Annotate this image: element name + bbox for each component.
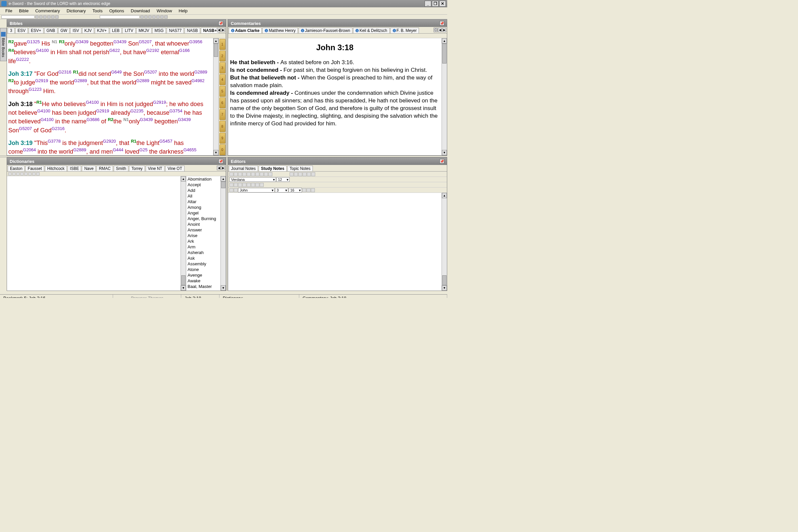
menu-help[interactable]: Help [175, 8, 191, 14]
tab-info-icon[interactable]: ⓘ [434, 27, 438, 32]
font-combo[interactable]: Verdana [229, 177, 276, 182]
dictionary-wordlist[interactable]: AbominationAcceptAddAllAltarAmongAngelAn… [186, 176, 221, 291]
menu-commentary[interactable]: Commentary [32, 8, 63, 14]
wordlist-item[interactable]: Accept [186, 182, 221, 188]
wordlist-item[interactable]: Anger, Burning [186, 216, 221, 222]
wordlist-item[interactable]: All [186, 193, 221, 199]
wordlist-item[interactable]: Assembly [186, 261, 221, 267]
tab-scroll-right[interactable]: ▶ [221, 27, 225, 32]
bible-tab-isv[interactable]: ISV [70, 27, 81, 33]
wordlist-item[interactable]: Add [186, 188, 221, 193]
verse-ref[interactable]: Joh 3:17 [8, 71, 34, 77]
pin-icon[interactable]: 📌 [440, 21, 444, 25]
dictionary-tab[interactable]: Smith [114, 166, 129, 171]
wordlist-item[interactable]: Avenge [186, 272, 221, 278]
dictionary-scrollbar[interactable]: ▲▼ [180, 176, 186, 291]
toolbar-icon[interactable] [35, 15, 39, 19]
bible-tab-3[interactable]: 3 [8, 27, 15, 33]
wordlist-item[interactable]: Answer [186, 227, 221, 233]
bible-tab-gw[interactable]: GW [58, 27, 70, 33]
editor-scrollbar[interactable]: ▲▼ [441, 193, 447, 291]
wordlist-item[interactable]: Ask [186, 255, 221, 261]
editor-tab[interactable]: Study Notes [259, 166, 287, 171]
editor-tab[interactable]: Journal Notes [229, 166, 258, 171]
menu-options[interactable]: Options [106, 8, 127, 14]
commentary-tab[interactable]: iJamieson-Fausset-Brown [299, 27, 353, 33]
menu-file[interactable]: File [2, 8, 16, 14]
dictionary-tab[interactable]: Easton [8, 166, 25, 171]
bible-tab-kjv+[interactable]: KJV+ [95, 27, 109, 33]
fontsize-combo[interactable]: 12 [276, 177, 290, 182]
bookmark-1[interactable]: 1 [220, 39, 225, 50]
editor-tab[interactable]: Topic Notes [287, 166, 313, 171]
commentary-tab[interactable]: iF. B. Meyer [391, 27, 419, 33]
pin-icon[interactable]: 📌 [218, 21, 223, 25]
underline-icon[interactable] [298, 172, 302, 176]
wordlist-item[interactable]: Angel [186, 210, 221, 216]
tab-scroll-right[interactable]: ▶ [442, 27, 446, 32]
tab-scroll-left[interactable]: ◀ [438, 27, 442, 32]
bible-tab-leb[interactable]: LEB [110, 27, 122, 33]
wordlist-item[interactable]: Altar [186, 199, 221, 205]
bookmark-0[interactable]: 0 [220, 144, 225, 155]
wordlist-item[interactable]: Abomination [186, 176, 221, 182]
wordlist-item[interactable]: Awake [186, 278, 221, 284]
wordlist-item[interactable]: Arise [186, 233, 221, 239]
wordlist-item[interactable]: Arm [186, 244, 221, 250]
dictionary-content[interactable]: ▲▼ [7, 176, 186, 291]
bible-tab-esv+[interactable]: ESV+ [28, 27, 43, 33]
toolbar-combo-2[interactable] [100, 15, 140, 19]
bible-tab-gnb[interactable]: GNB [44, 27, 58, 33]
chapter-combo[interactable]: 3 [275, 188, 288, 192]
bible-tab-mkjv[interactable]: MKJV [136, 27, 152, 33]
scroll-down-icon[interactable]: ▼ [213, 150, 218, 155]
dictionary-tab[interactable]: Fausset [25, 166, 44, 171]
tab-scroll-left[interactable]: ◀ [217, 27, 221, 32]
menu-download[interactable]: Download [127, 8, 153, 14]
verse-combo[interactable]: 16 [289, 188, 302, 192]
menu-tools[interactable]: Tools [89, 8, 106, 14]
italic-icon[interactable] [294, 172, 298, 176]
minimize-button[interactable]: _ [424, 1, 431, 7]
commentary-tab[interactable]: iKeil & Delitzsch [353, 27, 390, 33]
bible-tab-nasb[interactable]: NASB [185, 27, 200, 33]
bookmark-6[interactable]: 6 [220, 97, 225, 108]
pin-icon[interactable]: 📌 [218, 159, 223, 164]
menu-window[interactable]: Window [153, 8, 175, 14]
verse-ref[interactable]: Joh 3:19 [8, 140, 34, 146]
bible-tab-nas77[interactable]: NAS77 [167, 27, 184, 33]
bible-tab-nasb+[interactable]: NASB+ [201, 27, 219, 33]
toolbar-combo[interactable] [1, 15, 35, 19]
verse-ref[interactable]: Joh 3:18 [8, 101, 34, 108]
bookmark-5[interactable]: 5 [220, 86, 225, 97]
dictionary-tab[interactable]: Vine NT [146, 166, 165, 171]
editor-content[interactable] [228, 193, 441, 291]
pin-icon[interactable]: 📌 [440, 159, 444, 164]
close-button[interactable]: ✕ [439, 1, 446, 7]
commentary-tab[interactable]: iAdam Clarke [229, 27, 262, 33]
wordlist-item[interactable]: Anoint [186, 222, 221, 227]
bible-scrollbar[interactable]: ▲ ▼ [213, 38, 218, 155]
dictionary-tab[interactable]: Vine OT [165, 166, 185, 171]
scroll-up-icon[interactable]: ▲ [213, 38, 218, 43]
commentary-scrollbar[interactable]: ▲▼ [441, 38, 447, 155]
bookmark-9[interactable]: 9 [220, 133, 225, 144]
bold-icon[interactable] [290, 172, 293, 176]
dictionary-tab[interactable]: ISBE [68, 166, 81, 171]
dictionary-tab[interactable]: Hitchcock [45, 166, 67, 171]
bible-text[interactable]: R2gaveG1325 His N1 R3onlyG3439 begottenG… [7, 38, 213, 155]
wordlist-item[interactable]: Baal, Master [186, 284, 221, 289]
wordlist-item[interactable]: Ark [186, 239, 221, 244]
dictionary-tab[interactable]: Nave [82, 166, 96, 171]
bible-tab-litv[interactable]: LITV [122, 27, 135, 33]
bookmark-7[interactable]: 7 [220, 109, 225, 120]
menu-bible[interactable]: Bible [16, 8, 32, 14]
wordlist-item[interactable]: Among [186, 205, 221, 210]
wordlist-scrollbar[interactable]: ▲▼ [221, 176, 226, 291]
bookmark-3[interactable]: 3 [220, 62, 225, 73]
commentary-tab[interactable]: iMatthew Henry [262, 27, 298, 33]
bible-tab-esv[interactable]: ESV [15, 27, 28, 33]
bookmark-2[interactable]: 2 [220, 51, 225, 61]
wordlist-item[interactable]: Atone [186, 267, 221, 272]
dictionary-tab[interactable]: Torrey [129, 166, 145, 171]
